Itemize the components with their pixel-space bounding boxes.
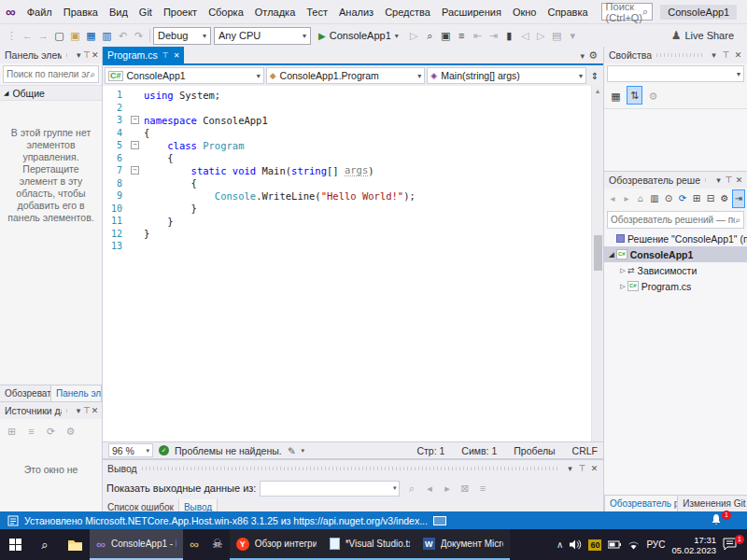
indent-inc-icon[interactable]: ⇥ [486,25,501,46]
expanded-icon[interactable]: ◢ [607,251,616,259]
quick-search-input[interactable]: Поиск (Ctrl+Q) ⌕ [601,3,654,21]
menu-item-0[interactable]: Файл [21,1,58,23]
property-pages-icon[interactable]: ⚙ [645,86,661,106]
edit-mode-icon[interactable]: ✎ [288,445,296,456]
scroll-up-icon[interactable]: ▴ [592,86,603,97]
collapse-all-icon[interactable]: ⊟ [704,190,717,207]
scrollbar-thumb[interactable] [594,235,602,271]
project-dropdown[interactable]: C# ConsoleApp1 ▾ [105,67,264,84]
find-message-icon[interactable]: ⌕ [403,478,419,498]
indent-dec-icon[interactable]: ⇤ [470,25,486,46]
output-source-dropdown[interactable]: ▾ [260,481,400,497]
line-number[interactable]: 6 [103,153,131,163]
close-icon[interactable]: ✕ [588,464,600,473]
health-check-icon[interactable]: ✓ [159,445,169,455]
tree-view-icon[interactable]: ≡ [23,421,39,441]
tree-item-0[interactable]: Решение "ConsoleApp1" (проекты: 1 из 1) [604,231,747,246]
collapse-icon[interactable]: − [131,166,139,175]
line-number[interactable]: 2 [103,103,131,113]
wifi-icon[interactable] [627,540,640,550]
line-number[interactable]: 12 [103,229,131,239]
line-number[interactable]: 3 [103,115,131,125]
menu-item-7[interactable]: Тест [301,1,333,23]
battery-percent-badge[interactable]: 60 [588,539,601,551]
spaces-indicator[interactable]: Пробелы [514,445,555,456]
fold-gutter[interactable]: − [131,166,144,175]
redo-icon[interactable]: ↷ [131,25,147,46]
add-source-icon[interactable]: ⊞ [4,421,20,441]
toolbox-search-input[interactable]: Поиск по панели элемен ⌕ [3,65,99,83]
line-number[interactable]: 7 [103,165,131,175]
eol-indicator[interactable]: CRLF [572,445,598,456]
close-icon[interactable]: ✕ [91,50,99,60]
action-center-button[interactable]: 1 [723,538,740,553]
properties-object-dropdown[interactable]: ▾ [607,65,744,82]
line-number[interactable]: 1 [103,90,131,100]
taskbar-item-yandex[interactable]: YОбзор интегриров... [230,529,323,560]
collapsed-icon[interactable]: ▷ [618,267,627,274]
switch-view-icon[interactable]: ▥ [648,190,661,207]
circ-forward-icon[interactable]: ▸ [620,190,633,207]
tab-program-cs[interactable]: Program.cs ⊤ ✕ [103,47,184,63]
volume-icon[interactable] [570,539,582,550]
clock[interactable]: 17:31 05.02.2023 [671,535,716,555]
overflow-icon[interactable]: ▾ [565,25,581,46]
line-number[interactable]: 4 [103,128,131,138]
tree-item-1[interactable]: ◢C#ConsoleApp1 [604,246,747,262]
menu-item-3[interactable]: Git [134,1,158,23]
save-icon[interactable]: ▦ [83,25,99,46]
bm-next-icon[interactable]: ▷ [533,25,549,46]
output-header[interactable]: Вывод ▾ ⊤ ✕ [103,460,603,477]
battery-icon[interactable] [608,540,621,549]
close-icon[interactable]: ✕ [734,175,744,185]
split-editor-handle[interactable]: ⇕ [588,71,601,81]
file-explorer-button[interactable] [60,529,90,560]
tree-item-3[interactable]: ▷C#Program.cs [604,278,747,294]
tab-toolbox[interactable]: Панель эле... [50,385,102,401]
close-icon[interactable]: ✕ [91,406,99,415]
tree-item-2[interactable]: ▷⇄Зависимости [604,262,747,278]
home-icon[interactable]: ⌂ [634,190,647,207]
bm-prev-icon[interactable]: ◁ [517,25,533,46]
member-dropdown[interactable]: ◈ Main(string[] args) ▾ [427,67,586,84]
taskbar-item-notepad[interactable]: *Visual Studio.txt - ... [323,529,416,560]
menu-item-2[interactable]: Вид [104,1,134,23]
bm-list-icon[interactable]: ▤ [549,25,565,46]
line-number[interactable]: 5 [103,140,131,150]
line-number[interactable]: 8 [103,178,131,189]
list-members-icon[interactable]: ≡ [454,25,470,46]
type-dropdown[interactable]: ◆ ConsoleApp1.Program ▾ [266,67,426,84]
fold-gutter[interactable]: − [131,141,144,149]
line-number[interactable]: 9 [103,190,131,201]
start-button[interactable] [0,529,30,560]
open-file-icon[interactable]: ▣ [67,25,83,46]
line-number[interactable]: 13 [103,241,131,251]
refresh-source-icon[interactable]: ⟳ [43,421,59,441]
fold-gutter[interactable]: − [131,116,144,124]
nest-icon[interactable]: ⊞ [690,190,703,207]
next-message-icon[interactable]: ▸ [439,478,455,498]
tab-solution-explorer[interactable]: Обозреватель реше... [604,496,678,511]
collapse-icon[interactable]: − [131,141,139,149]
notifications-button[interactable]: 1 [710,513,726,528]
pin-icon[interactable]: ⊤ [576,464,588,473]
window-menu-icon[interactable]: ▾ [75,406,83,415]
toolbox-section-general[interactable]: ◢ Общие [0,85,102,101]
categorized-icon[interactable]: ▦ [608,86,624,106]
solution-explorer-header[interactable]: Обозреватель решений ▾ ⊤ ✕ [604,172,747,189]
pin-icon[interactable]: ⊤ [83,50,92,60]
clear-all-icon[interactable]: ⊠ [457,478,472,498]
configuration-dropdown[interactable]: Debug ▾ [153,27,211,45]
close-icon[interactable]: ✕ [732,50,744,60]
editor-vertical-scrollbar[interactable]: ▴ [591,86,603,441]
run-no-debug-icon[interactable]: ▷ [406,25,422,46]
window-menu-icon[interactable]: ▾ [713,175,724,185]
new-file-icon[interactable]: ▢ [51,25,67,46]
selection-icon[interactable]: ▣ [438,25,454,46]
tab-list-icon[interactable]: ▾ [581,51,585,61]
start-debugging-button[interactable]: ▶ ConsoleApp1 ▾ [315,26,402,45]
nav-forward-icon[interactable]: → [35,25,51,46]
menu-item-11[interactable]: Окно [507,1,543,23]
save-all-icon[interactable]: ▥ [99,25,115,46]
menu-item-12[interactable]: Справка [542,1,593,23]
